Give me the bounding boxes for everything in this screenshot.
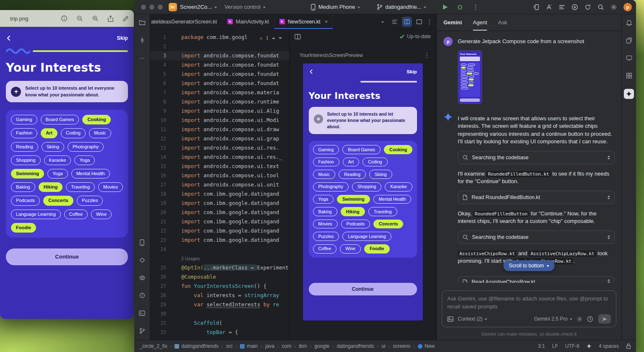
build-icon[interactable] xyxy=(138,274,146,282)
line-ending[interactable]: LF xyxy=(552,343,558,349)
quicklook-title: trip.png xyxy=(10,16,28,22)
notifications-icon[interactable] xyxy=(625,18,633,27)
gemini-chat[interactable]: p Generate Jetpack Compose code from a s… xyxy=(437,31,621,287)
file-encoding[interactable]: UTF-8 xyxy=(565,343,579,349)
split-view-icon[interactable] xyxy=(402,17,412,27)
interest-chip: Foodie xyxy=(11,223,36,233)
agent-action[interactable]: Read RoundedFilledButton.kt xyxy=(458,191,615,204)
agent-action[interactable]: Searching the codebase xyxy=(458,230,615,244)
breadcrumb-item[interactable]: java xyxy=(265,343,274,349)
breadcrumb-item[interactable]: src xyxy=(226,343,233,349)
ai-actions-icon[interactable] xyxy=(546,4,553,10)
agent-action[interactable]: Searching the codebase xyxy=(458,151,615,164)
run-button[interactable] xyxy=(443,5,448,10)
logcat-icon[interactable] xyxy=(559,4,565,10)
device-selector[interactable]: Medium Phone xyxy=(310,4,360,10)
gemini-settings-icon[interactable] xyxy=(576,316,583,322)
editor-options-icon[interactable]: ⋮ xyxy=(426,18,433,25)
history-icon[interactable] xyxy=(587,316,593,322)
lock-icon[interactable] xyxy=(626,343,631,349)
interest-chip: Language Learning xyxy=(11,210,61,219)
running-devices-icon[interactable] xyxy=(138,238,146,247)
project-icon[interactable] xyxy=(138,18,146,27)
device-explorer-icon[interactable] xyxy=(625,36,633,44)
breadcrumb-item[interactable]: datingandfriends xyxy=(175,343,219,349)
project-selector[interactable]: Screen2Co... xyxy=(180,4,217,10)
next-warning-icon[interactable] xyxy=(279,37,282,39)
code-line: 26@Composable xyxy=(150,272,289,282)
code-line: 16import androidx.compose.ui.tool xyxy=(150,171,289,180)
vcs-widget[interactable]: Version control xyxy=(224,4,266,10)
editor-tab[interactable]: ateIdeasGeneratorScreen.kt xyxy=(150,14,222,29)
commit-icon[interactable] xyxy=(138,36,146,44)
app-insights-icon[interactable] xyxy=(571,4,578,10)
user-avatar[interactable]: p xyxy=(623,3,632,11)
close-tab-icon[interactable]: × xyxy=(325,18,328,25)
interest-chip: Concerts xyxy=(43,196,73,205)
breadcrumb-item[interactable]: ibm xyxy=(299,343,307,349)
context-selector[interactable]: Context (2) xyxy=(458,316,487,322)
layout-inspector-icon[interactable] xyxy=(625,54,633,62)
indent-setting[interactable]: 4 spaces xyxy=(599,343,619,349)
search-everywhere-icon[interactable] xyxy=(597,4,604,10)
scroll-to-bottom-button[interactable]: Scroll to bottom xyxy=(503,260,555,271)
tab-agent[interactable]: Agent xyxy=(473,14,487,31)
tab-ask[interactable]: Ask xyxy=(498,14,507,31)
breadcrumb-item[interactable]: com xyxy=(282,343,292,349)
breadcrumb-item[interactable]: main xyxy=(240,343,258,349)
problems-icon[interactable] xyxy=(138,291,146,300)
terminal-icon[interactable] xyxy=(138,309,146,317)
debug-button[interactable] xyxy=(457,4,463,10)
resource-manager-icon[interactable] xyxy=(625,71,633,80)
preview-menu-icon[interactable]: ⋮ xyxy=(424,52,430,58)
preview-name[interactable]: YourInterestsScreenPreview xyxy=(300,52,363,58)
hidden-tabs-icon[interactable] xyxy=(378,17,388,27)
read-icon xyxy=(462,194,468,200)
version-control-icon[interactable] xyxy=(138,326,146,335)
device-mirroring-icon[interactable] xyxy=(533,4,540,10)
caret-position[interactable]: 3:1 xyxy=(538,343,545,349)
share-icon[interactable] xyxy=(107,15,114,22)
prev-warning-icon[interactable] xyxy=(272,37,275,39)
agent-action[interactable]: Read AssistiveChipsRow.kt xyxy=(458,276,615,283)
zoom-window-icon xyxy=(158,5,163,10)
gemini-panel: Gemini Agent Ask p Generate Jetpack Comp… xyxy=(436,14,621,340)
breadcrumb-item[interactable]: ui xyxy=(381,343,385,349)
code-view-icon[interactable] xyxy=(390,17,400,27)
zoom-out-icon[interactable] xyxy=(76,15,83,22)
ai-status-icon[interactable] xyxy=(587,344,592,349)
breadcrumb-item[interactable]: screens xyxy=(393,343,410,349)
gemini-icon[interactable] xyxy=(624,89,634,99)
interest-chip: Mental Health xyxy=(373,195,412,204)
editor-tab[interactable]: KNewScreen.kt× xyxy=(274,14,333,29)
settings-icon[interactable] xyxy=(610,4,617,10)
design-view-icon[interactable] xyxy=(414,17,424,27)
window-controls[interactable] xyxy=(141,5,163,10)
breadcrumb-item[interactable]: datingandfriends xyxy=(337,343,374,349)
send-button[interactable] xyxy=(598,314,611,324)
inspection-widget[interactable]: ⚠1 xyxy=(257,34,285,41)
branch-selector[interactable]: datingandfrie... xyxy=(377,4,426,10)
interest-chip: Puzzles xyxy=(313,232,339,241)
info-icon[interactable] xyxy=(61,15,68,22)
app-quality-insights-icon[interactable] xyxy=(138,256,146,264)
breadcrumb-item[interactable]: New xyxy=(418,343,435,349)
attachment-thumbnail[interactable]: Your Interests xyxy=(458,50,482,104)
gemini-prompt-input[interactable]: Ask Gemini, use @filename to attach sour… xyxy=(442,290,616,327)
more-tool-windows-icon[interactable]: ⋯ xyxy=(138,54,146,62)
breadcrumb-separator: › xyxy=(236,344,237,349)
thumbnail-pill xyxy=(461,75,468,78)
model-selector[interactable]: Gemini 2.5 Pro xyxy=(534,316,572,322)
attach-image-icon[interactable] xyxy=(447,316,454,322)
editor-tab[interactable]: KMainActivity.kt xyxy=(222,14,274,29)
more-actions-icon[interactable]: ⋮ xyxy=(472,4,479,10)
thumbnail-pill xyxy=(469,81,473,83)
breadcrumb-item[interactable]: _circle_2_fix xyxy=(139,343,167,349)
markup-pencil-icon[interactable] xyxy=(123,16,129,22)
breadcrumb-item[interactable]: google xyxy=(314,343,329,349)
zoom-in-icon[interactable] xyxy=(92,15,99,22)
gemini-panel-title: Gemini xyxy=(443,19,462,26)
code-editor[interactable]: ⚠1 1package com.ibm.googl23import androi… xyxy=(150,29,289,340)
preview-layout-icon[interactable] xyxy=(295,34,301,39)
sync-project-icon[interactable] xyxy=(584,4,591,10)
